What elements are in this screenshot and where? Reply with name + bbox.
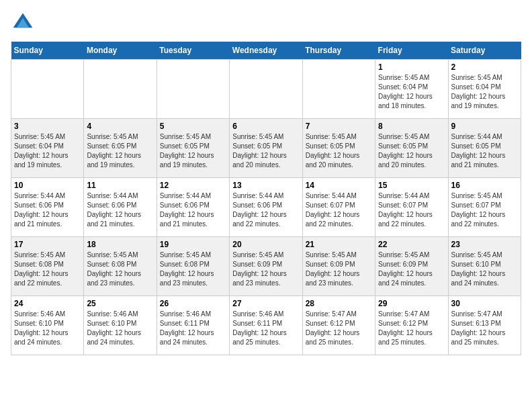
daylight-text: Daylight: 12 hours and 24 minutes. (378, 269, 445, 288)
day-number: 29 (378, 299, 445, 308)
weekday-header-tuesday: Tuesday (157, 42, 229, 60)
sunrise-text: Sunrise: 5:45 AM (160, 250, 226, 260)
day-info: Sunrise: 5:46 AMSunset: 6:11 PMDaylight:… (160, 310, 226, 347)
day-cell-1: 1Sunrise: 5:45 AMSunset: 6:04 PMDaylight… (375, 60, 448, 119)
day-cell-7: 7Sunrise: 5:45 AMSunset: 6:05 PMDaylight… (302, 119, 375, 178)
daylight-text: Daylight: 12 hours and 22 minutes. (306, 210, 372, 229)
day-info: Sunrise: 5:45 AMSunset: 6:09 PMDaylight:… (306, 250, 372, 288)
sunset-text: Sunset: 6:08 PM (87, 260, 153, 269)
daylight-text: Daylight: 12 hours and 21 minutes. (14, 210, 81, 229)
daylight-text: Daylight: 12 hours and 18 minutes. (378, 92, 445, 111)
day-number: 19 (160, 240, 226, 249)
empty-cell (157, 60, 229, 119)
day-cell-22: 22Sunrise: 5:45 AMSunset: 6:09 PMDayligh… (375, 237, 448, 296)
sunset-text: Sunset: 6:04 PM (14, 142, 81, 151)
day-info: Sunrise: 5:45 AMSunset: 6:05 PMDaylight:… (87, 132, 153, 170)
empty-cell (230, 60, 302, 119)
day-number: 2 (451, 62, 518, 72)
daylight-text: Daylight: 12 hours and 22 minutes. (451, 210, 518, 229)
day-number: 26 (160, 299, 226, 308)
daylight-text: Daylight: 12 hours and 25 minutes. (232, 328, 299, 347)
day-number: 28 (306, 299, 372, 308)
sunrise-text: Sunrise: 5:45 AM (232, 250, 299, 260)
sunrise-text: Sunrise: 5:44 AM (87, 191, 153, 201)
daylight-text: Daylight: 12 hours and 19 minutes. (14, 151, 81, 170)
day-cell-14: 14Sunrise: 5:44 AMSunset: 6:07 PMDayligh… (302, 178, 375, 237)
day-cell-13: 13Sunrise: 5:44 AMSunset: 6:06 PMDayligh… (230, 178, 302, 237)
sunrise-text: Sunrise: 5:45 AM (451, 73, 518, 83)
day-cell-17: 17Sunrise: 5:45 AMSunset: 6:08 PMDayligh… (11, 237, 84, 296)
sunset-text: Sunset: 6:05 PM (451, 142, 518, 151)
calendar-table: SundayMondayTuesdayWednesdayThursdayFrid… (11, 42, 521, 355)
logo-icon (11, 11, 35, 35)
day-cell-21: 21Sunrise: 5:45 AMSunset: 6:09 PMDayligh… (302, 237, 375, 296)
sunrise-text: Sunrise: 5:46 AM (87, 310, 153, 319)
day-info: Sunrise: 5:45 AMSunset: 6:09 PMDaylight:… (232, 250, 299, 288)
daylight-text: Daylight: 12 hours and 23 minutes. (87, 269, 153, 288)
day-number: 14 (306, 181, 372, 190)
day-number: 1 (378, 62, 445, 72)
day-number: 10 (14, 181, 81, 190)
daylight-text: Daylight: 12 hours and 20 minutes. (378, 151, 445, 170)
logo (11, 11, 39, 35)
sunrise-text: Sunrise: 5:46 AM (232, 310, 299, 319)
day-number: 22 (378, 240, 445, 249)
day-info: Sunrise: 5:45 AMSunset: 6:07 PMDaylight:… (451, 191, 518, 229)
sunset-text: Sunset: 6:09 PM (378, 260, 445, 269)
daylight-text: Daylight: 12 hours and 21 minutes. (87, 210, 153, 229)
day-info: Sunrise: 5:45 AMSunset: 6:08 PMDaylight:… (160, 250, 226, 288)
sunrise-text: Sunrise: 5:45 AM (378, 132, 445, 142)
daylight-text: Daylight: 12 hours and 24 minutes. (14, 328, 81, 347)
sunset-text: Sunset: 6:12 PM (306, 319, 372, 328)
sunrise-text: Sunrise: 5:45 AM (451, 250, 518, 260)
sunset-text: Sunset: 6:13 PM (451, 319, 518, 328)
empty-cell (302, 60, 375, 119)
sunset-text: Sunset: 6:11 PM (232, 319, 299, 328)
sunset-text: Sunset: 6:10 PM (87, 319, 153, 328)
day-cell-27: 27Sunrise: 5:46 AMSunset: 6:11 PMDayligh… (230, 296, 302, 355)
daylight-text: Daylight: 12 hours and 25 minutes. (451, 328, 518, 347)
sunrise-text: Sunrise: 5:45 AM (306, 250, 372, 260)
sunset-text: Sunset: 6:04 PM (451, 83, 518, 92)
weekday-header-row: SundayMondayTuesdayWednesdayThursdayFrid… (11, 42, 521, 60)
day-cell-23: 23Sunrise: 5:45 AMSunset: 6:10 PMDayligh… (448, 237, 521, 296)
sunrise-text: Sunrise: 5:45 AM (378, 250, 445, 260)
sunset-text: Sunset: 6:07 PM (306, 201, 372, 210)
day-info: Sunrise: 5:47 AMSunset: 6:12 PMDaylight:… (378, 310, 445, 347)
daylight-text: Daylight: 12 hours and 19 minutes. (451, 92, 518, 111)
weekday-header-wednesday: Wednesday (230, 42, 302, 60)
sunrise-text: Sunrise: 5:44 AM (160, 191, 226, 201)
day-cell-5: 5Sunrise: 5:45 AMSunset: 6:05 PMDaylight… (157, 119, 229, 178)
day-number: 15 (378, 181, 445, 190)
sunset-text: Sunset: 6:12 PM (378, 319, 445, 328)
day-info: Sunrise: 5:45 AMSunset: 6:05 PMDaylight:… (160, 132, 226, 170)
day-cell-11: 11Sunrise: 5:44 AMSunset: 6:06 PMDayligh… (84, 178, 157, 237)
daylight-text: Daylight: 12 hours and 24 minutes. (451, 269, 518, 288)
sunset-text: Sunset: 6:09 PM (306, 260, 372, 269)
weekday-header-saturday: Saturday (448, 42, 521, 60)
sunrise-text: Sunrise: 5:45 AM (160, 132, 226, 142)
sunrise-text: Sunrise: 5:45 AM (232, 132, 299, 142)
sunrise-text: Sunrise: 5:44 AM (14, 191, 81, 201)
day-cell-8: 8Sunrise: 5:45 AMSunset: 6:05 PMDaylight… (375, 119, 448, 178)
day-cell-15: 15Sunrise: 5:44 AMSunset: 6:07 PMDayligh… (375, 178, 448, 237)
day-number: 30 (451, 299, 518, 308)
day-info: Sunrise: 5:46 AMSunset: 6:10 PMDaylight:… (87, 310, 153, 347)
sunrise-text: Sunrise: 5:44 AM (306, 191, 372, 201)
day-info: Sunrise: 5:44 AMSunset: 6:06 PMDaylight:… (160, 191, 226, 229)
sunrise-text: Sunrise: 5:45 AM (14, 250, 81, 260)
day-info: Sunrise: 5:45 AMSunset: 6:05 PMDaylight:… (232, 132, 299, 170)
day-number: 27 (232, 299, 299, 308)
sunset-text: Sunset: 6:08 PM (14, 260, 81, 269)
day-info: Sunrise: 5:46 AMSunset: 6:10 PMDaylight:… (14, 310, 81, 347)
day-cell-30: 30Sunrise: 5:47 AMSunset: 6:13 PMDayligh… (448, 296, 521, 355)
day-number: 16 (451, 181, 518, 190)
day-info: Sunrise: 5:47 AMSunset: 6:13 PMDaylight:… (451, 310, 518, 347)
sunset-text: Sunset: 6:08 PM (160, 260, 226, 269)
day-info: Sunrise: 5:45 AMSunset: 6:10 PMDaylight:… (451, 250, 518, 288)
sunrise-text: Sunrise: 5:45 AM (306, 132, 372, 142)
sunrise-text: Sunrise: 5:44 AM (378, 191, 445, 201)
week-row-1: 1Sunrise: 5:45 AMSunset: 6:04 PMDaylight… (11, 60, 521, 119)
sunrise-text: Sunrise: 5:45 AM (378, 73, 445, 83)
sunrise-text: Sunrise: 5:44 AM (232, 191, 299, 201)
